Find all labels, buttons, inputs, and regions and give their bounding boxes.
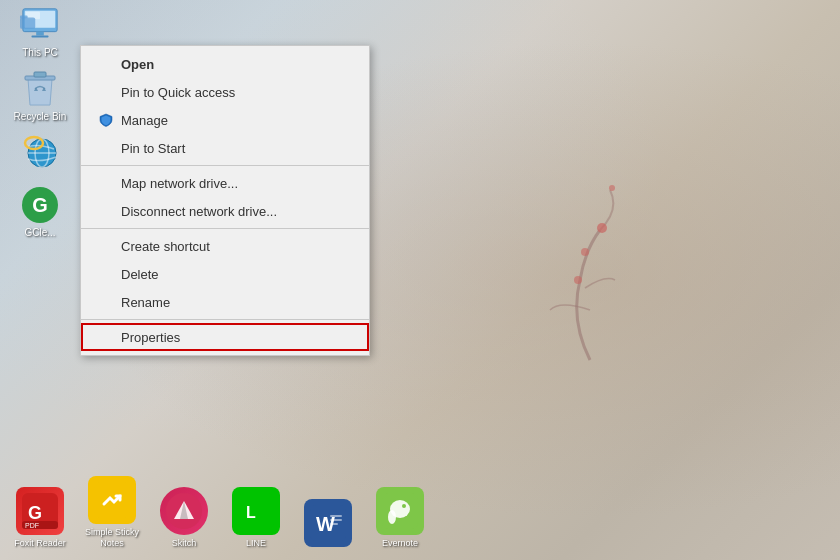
foxit-label: Foxit Reader (14, 538, 66, 550)
gcleaner-icon[interactable]: G GCle... (4, 185, 76, 239)
context-menu: Open Pin to Quick access Manage Pin to S… (80, 45, 370, 356)
foxit-reader-icon[interactable]: G PDF Foxit Reader (10, 487, 70, 550)
menu-item-disconnect-network[interactable]: Disconnect network drive... (81, 197, 369, 225)
properties-spacer (97, 328, 115, 346)
svg-text:L: L (246, 504, 256, 521)
svg-point-35 (574, 276, 582, 284)
svg-point-36 (609, 185, 615, 191)
svg-text:G: G (32, 194, 48, 216)
menu-item-manage[interactable]: Manage (81, 106, 369, 134)
svg-rect-27 (330, 519, 342, 521)
svg-point-34 (581, 248, 589, 256)
disconnect-spacer (97, 202, 115, 220)
svg-rect-28 (330, 523, 338, 525)
svg-rect-6 (20, 15, 28, 18)
this-pc-label: This PC (22, 47, 58, 59)
line-icon[interactable]: L LINE (226, 487, 286, 550)
evernote-icon[interactable]: Evernote (370, 487, 430, 550)
desktop-icons-column: This PC Recycle Bin (0, 0, 80, 239)
rename-spacer (97, 293, 115, 311)
menu-item-pin-quick-access[interactable]: Pin to Quick access (81, 78, 369, 106)
svg-point-33 (597, 223, 607, 233)
desktop: This PC Recycle Bin (0, 0, 840, 560)
svg-rect-26 (330, 515, 342, 517)
menu-item-properties[interactable]: Properties (81, 323, 369, 351)
shortcut-spacer (97, 237, 115, 255)
separator-1 (81, 165, 369, 166)
menu-item-rename[interactable]: Rename (81, 288, 369, 316)
pin-start-spacer (97, 139, 115, 157)
delete-spacer (97, 265, 115, 283)
skitch-label: Skitch (172, 538, 197, 550)
sticky-notes-label: Simple StickyNotes (85, 527, 139, 550)
separator-3 (81, 319, 369, 320)
svg-text:PDF: PDF (25, 522, 39, 529)
menu-item-open[interactable]: Open (81, 50, 369, 78)
menu-item-delete[interactable]: Delete (81, 260, 369, 288)
evernote-label: Evernote (382, 538, 418, 550)
bottom-app-icons: G PDF Foxit Reader Simple StickyNotes (10, 476, 430, 550)
menu-item-create-shortcut[interactable]: Create shortcut (81, 232, 369, 260)
shield-icon (97, 111, 115, 129)
svg-point-32 (402, 504, 406, 508)
background-decoration (490, 180, 690, 384)
svg-point-31 (388, 510, 396, 524)
recycle-bin-icon[interactable]: Recycle Bin (4, 69, 76, 123)
gcleaner-label: GCle... (24, 227, 55, 239)
this-pc-icon[interactable]: This PC (4, 5, 76, 59)
svg-rect-22 (238, 493, 274, 529)
svg-rect-4 (31, 35, 48, 37)
pin-quick-spacer (97, 83, 115, 101)
sticky-notes-icon[interactable]: Simple StickyNotes (82, 476, 142, 550)
map-network-spacer (97, 174, 115, 192)
svg-rect-8 (34, 72, 46, 77)
svg-rect-3 (36, 32, 44, 36)
svg-rect-5 (20, 17, 35, 28)
svg-text:G: G (28, 503, 42, 523)
recycle-bin-label: Recycle Bin (14, 111, 67, 123)
open-spacer (97, 55, 115, 73)
line-label: LINE (246, 538, 266, 550)
separator-2 (81, 228, 369, 229)
word-icon[interactable]: W (298, 499, 358, 550)
menu-item-map-network[interactable]: Map network drive... (81, 169, 369, 197)
ie-icon[interactable] (4, 133, 76, 175)
menu-item-pin-start[interactable]: Pin to Start (81, 134, 369, 162)
skitch-icon[interactable]: Skitch (154, 487, 214, 550)
